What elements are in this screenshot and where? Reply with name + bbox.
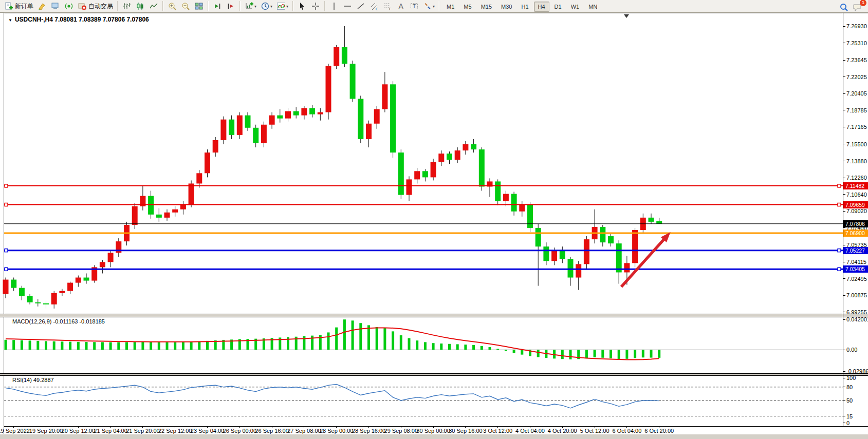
time-axis-label: 29 Sep 08:00 <box>384 428 418 434</box>
macd-histogram-bar <box>601 350 604 358</box>
pane-separator[interactable] <box>0 373 868 376</box>
macd-histogram-bar <box>359 323 362 350</box>
candle-body <box>527 204 533 228</box>
axis-tick-mark <box>843 161 845 161</box>
macd-histogram-bar <box>472 345 475 350</box>
candle-body <box>309 108 315 114</box>
price-axis-tick: 7.23645 <box>846 57 867 63</box>
macd-histogram-bar <box>634 350 636 358</box>
macd-histogram-bar <box>513 350 515 353</box>
time-axis-label: 19 Sep 20:00 <box>29 428 63 434</box>
candle-body <box>43 303 49 304</box>
chart-title: ▼USDCNH-,H4 7.08081 7.08389 7.07806 7.07… <box>8 16 149 23</box>
candle-body <box>261 125 267 143</box>
price-line-label-7.09659: 7.09659 <box>843 201 868 208</box>
candle-body <box>277 116 283 119</box>
line-handle[interactable] <box>838 203 841 206</box>
macd-histogram-bar <box>166 342 169 350</box>
candle-body <box>205 152 210 173</box>
macd-histogram-bar <box>45 341 47 350</box>
macd-histogram-bar <box>400 335 402 350</box>
candle-body <box>560 251 565 259</box>
candle-body <box>374 109 380 124</box>
macd-histogram-bar <box>101 342 104 350</box>
candle-body <box>422 171 428 177</box>
price-line-label-7.11482: 7.11482 <box>843 182 868 189</box>
line-handle[interactable] <box>5 268 8 271</box>
candle-body <box>414 171 420 179</box>
candle-body <box>616 243 622 272</box>
macd-histogram-bar <box>456 344 459 350</box>
price-axis-tick: 7.20405 <box>846 90 867 97</box>
price-axis-tick: 6.99255 <box>846 309 867 315</box>
axis-tick-mark <box>843 93 845 94</box>
time-axis-label: 23 Sep 04:00 <box>191 428 224 434</box>
candle-body <box>455 150 460 160</box>
macd-histogram-bar <box>93 342 96 350</box>
macd-histogram-bar <box>77 342 80 350</box>
candle-body <box>543 246 549 261</box>
line-handle[interactable] <box>838 249 841 252</box>
axis-tick-mark <box>843 43 845 43</box>
candle-body <box>463 144 468 150</box>
application-window: 新订单 自动交易 ▾ ▾ ▾ E F A T ▾ <box>0 0 868 439</box>
collapse-caret-icon[interactable]: ▼ <box>8 18 12 23</box>
price-axis-tick: 7.10640 <box>846 192 867 198</box>
arrow-annotation-shaft[interactable] <box>621 238 665 287</box>
candle-body <box>269 116 275 125</box>
macd-histogram-bar <box>642 350 644 357</box>
axis-tick-mark <box>843 278 845 279</box>
axis-tick-mark <box>843 110 845 110</box>
axis-tick-mark <box>843 26 845 27</box>
macd-histogram-bar <box>489 347 491 350</box>
rsi-axis-tick: 80 <box>846 384 853 390</box>
time-axis-label: 28 Sep 00:00 <box>320 428 353 434</box>
price-axis-tick: 7.17165 <box>846 124 867 130</box>
price-line-label-7.03405: 7.03405 <box>843 265 868 273</box>
line-handle[interactable] <box>838 184 841 187</box>
macd-histogram-bar <box>125 342 128 350</box>
time-axis-label: 26 Sep 16:00 <box>255 428 288 434</box>
axis-tick-mark <box>843 423 845 423</box>
axis-tick-mark <box>843 416 845 416</box>
candle-body <box>59 291 65 293</box>
line-handle[interactable] <box>5 184 8 187</box>
line-handle[interactable] <box>5 203 8 206</box>
candle-body <box>438 154 444 162</box>
line-handle[interactable] <box>838 268 841 271</box>
macd-histogram-bar <box>376 327 378 350</box>
axis-tick-mark <box>843 77 845 77</box>
chart-shift-marker-icon[interactable] <box>624 14 629 18</box>
candle-body <box>84 278 89 281</box>
axis-tick-mark <box>843 245 845 245</box>
candle-body <box>245 116 251 128</box>
candle-body <box>27 296 33 302</box>
price-axis-tick: 7.18785 <box>846 107 867 113</box>
macd-histogram-bar <box>174 342 176 350</box>
price-axis-tick: 7.25310 <box>846 40 867 46</box>
axis-tick-mark <box>843 194 845 195</box>
rsi-axis-tick: 50 <box>846 397 853 404</box>
macd-histogram-bar <box>85 342 88 350</box>
rsi-axis-tick: 15 <box>846 413 853 419</box>
pane-separator[interactable] <box>0 314 868 317</box>
macd-histogram-bar <box>206 341 209 350</box>
price-axis-tick: 7.09020 <box>846 208 867 214</box>
candle-body <box>342 47 347 64</box>
candle-body <box>600 227 605 242</box>
candle-body <box>398 152 404 195</box>
candle-body <box>519 204 525 212</box>
candle-body <box>148 196 154 215</box>
macd-indicator-label: MACD(12,26,9) -0.011163 -0.018185 <box>12 318 105 325</box>
macd-histogram-bar <box>69 342 71 350</box>
candle-body <box>656 221 662 224</box>
macd-histogram-bar <box>424 342 427 350</box>
price-axis-tick: 7.22025 <box>846 74 867 80</box>
line-handle[interactable] <box>5 249 8 252</box>
macd-histogram-bar <box>561 350 564 359</box>
price-line-label-7.06900: 7.06900 <box>843 230 868 237</box>
time-axis-label: 6 Oct 20:00 <box>644 428 674 434</box>
candle-body <box>172 209 178 213</box>
candle-body <box>237 116 243 135</box>
macd-histogram-bar <box>343 319 346 350</box>
